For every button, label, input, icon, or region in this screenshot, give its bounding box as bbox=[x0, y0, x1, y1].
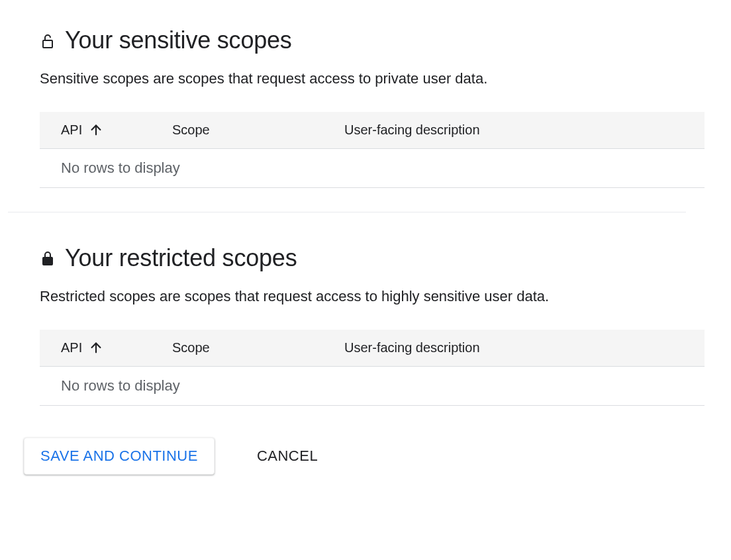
table-row-empty: No rows to display bbox=[40, 148, 705, 187]
lock-open-icon bbox=[40, 34, 56, 50]
save-and-continue-button[interactable]: SAVE AND CONTINUE bbox=[24, 438, 215, 475]
arrow-up-icon bbox=[89, 122, 103, 137]
sensitive-col-api[interactable]: API bbox=[40, 112, 172, 149]
sensitive-col-scope[interactable]: Scope bbox=[172, 112, 344, 149]
arrow-up-icon bbox=[89, 340, 103, 355]
restricted-heading: Your restricted scopes bbox=[40, 244, 705, 272]
cancel-button[interactable]: CANCEL bbox=[241, 438, 334, 474]
restricted-scopes-section: Your restricted scopes Restricted scopes… bbox=[40, 244, 705, 406]
sensitive-heading: Your sensitive scopes bbox=[40, 26, 705, 54]
sensitive-col-desc[interactable]: User-facing description bbox=[344, 112, 705, 149]
table-row-empty: No rows to display bbox=[40, 366, 705, 405]
sensitive-scopes-section: Your sensitive scopes Sensitive scopes a… bbox=[40, 26, 705, 188]
col-api-label: API bbox=[61, 340, 82, 355]
restricted-title: Your restricted scopes bbox=[65, 244, 297, 272]
col-api-label: API bbox=[61, 122, 82, 138]
empty-message: No rows to display bbox=[40, 148, 705, 187]
empty-message: No rows to display bbox=[40, 366, 705, 405]
restricted-col-desc[interactable]: User-facing description bbox=[344, 330, 705, 367]
sensitive-scopes-table: API Scope User-facing description No row… bbox=[40, 112, 705, 188]
action-button-row: SAVE AND CONTINUE CANCEL bbox=[24, 438, 705, 475]
restricted-description: Restricted scopes are scopes that reques… bbox=[40, 287, 705, 307]
restricted-scopes-table: API Scope User-facing description No row… bbox=[40, 330, 705, 406]
restricted-col-api[interactable]: API bbox=[40, 330, 172, 367]
section-divider bbox=[8, 212, 686, 212]
sensitive-title: Your sensitive scopes bbox=[65, 26, 292, 54]
restricted-col-scope[interactable]: Scope bbox=[172, 330, 344, 367]
sensitive-description: Sensitive scopes are scopes that request… bbox=[40, 69, 705, 89]
lock-closed-icon bbox=[40, 251, 56, 267]
